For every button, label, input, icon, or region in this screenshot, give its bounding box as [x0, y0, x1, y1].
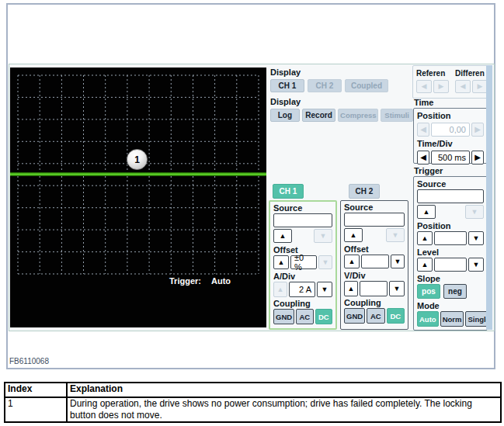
table-header-row: Index Explanation [5, 383, 501, 397]
ch2-panel: Source ▲ ▼ Offset ▲ ▼ V/Div ▲ ▼ Coupling… [340, 200, 408, 330]
ch1-coupling-dc-button[interactable]: DC [315, 309, 332, 324]
ch1-offset-down-button[interactable]: ▼ [318, 255, 332, 269]
time-div-decrease-button[interactable]: ◀ [417, 151, 429, 165]
referen-prev-button[interactable]: ◀ [416, 80, 432, 93]
ch2-offset-down-button[interactable]: ▼ [391, 255, 405, 268]
trigger-position-up-button[interactable]: ▲ [417, 231, 433, 245]
display-ch2-button[interactable]: CH 2 [308, 79, 342, 92]
trigger-slope-pos-button[interactable]: pos [417, 284, 440, 299]
display-compress-button[interactable]: Compress [338, 109, 378, 122]
time-div-increase-button[interactable]: ▶ [471, 151, 484, 165]
trigger-level-field[interactable] [434, 258, 467, 272]
ch1-source-field[interactable] [273, 213, 332, 227]
trigger-level-up-button[interactable]: ▲ [417, 258, 433, 272]
trigger-mode-single-button[interactable]: Single [465, 311, 488, 327]
triangle-right-icon: ▶ [474, 126, 481, 133]
plot-grid [10, 68, 266, 327]
triangle-up-icon: ▲ [350, 232, 357, 239]
ch1-source-up-button[interactable]: ▲ [273, 229, 292, 243]
trigger-source-up-button[interactable]: ▲ [417, 205, 436, 219]
callout-marker: 1 [127, 149, 148, 170]
trigger-level-down-button[interactable]: ▼ [468, 258, 484, 272]
triangle-right-icon: ▶ [478, 83, 483, 90]
trigger-group-label: Trigger [414, 166, 443, 176]
ch1-source-down-button[interactable]: ▼ [314, 229, 332, 243]
display-stimuli-button[interactable]: Stimuli [381, 109, 413, 122]
triangle-up-icon: ▲ [280, 233, 287, 240]
display-log-button[interactable]: Log [270, 109, 300, 122]
triangle-up-icon: ▲ [277, 286, 284, 293]
triangle-down-icon: ▼ [322, 286, 328, 293]
ch2-div-down-button[interactable]: ▼ [389, 281, 405, 296]
trigger-source-label: Source [417, 179, 484, 189]
time-group-label: Time [414, 98, 433, 108]
triangle-down-icon: ▼ [320, 233, 327, 240]
ch2-coupling-dc-button[interactable]: DC [387, 308, 405, 324]
trigger-status-value: Auto [211, 276, 231, 286]
index-cell: 1 [5, 397, 67, 422]
triangle-up-icon: ▲ [422, 235, 429, 242]
triangle-left-icon: ◀ [420, 154, 426, 161]
triangle-down-icon: ▼ [394, 286, 401, 293]
ch1-offset-up-button[interactable]: ▲ [273, 255, 289, 269]
ch1-div-down-button[interactable]: ▼ [317, 282, 332, 297]
differen-group: Differen ◀ ▶ [455, 68, 488, 93]
trigger-position-down-button[interactable]: ▼ [468, 231, 484, 245]
ch1-source-label: Source [273, 203, 332, 213]
ch2-coupling-ac-button[interactable]: AC [367, 308, 384, 324]
time-position-field[interactable]: 0,00 [431, 123, 470, 137]
table-row: 1 During operation, the drive shows no p… [5, 397, 501, 422]
display-record-button[interactable]: Record [302, 109, 336, 122]
trigger-status-label: Trigger: [169, 276, 201, 286]
ch2-offset-label: Offset [344, 244, 405, 255]
triangle-right-icon: ▶ [439, 83, 444, 90]
ch2-offset-field[interactable] [361, 255, 389, 268]
table-header-index: Index [5, 383, 67, 397]
triangle-down-icon: ▼ [473, 261, 480, 268]
time-position-decrease-button[interactable]: ◀ [417, 123, 429, 137]
trigger-mode-auto-button[interactable]: Auto [417, 311, 439, 327]
display-coupled-button[interactable]: Coupled [345, 79, 388, 92]
referen-label: Referen [416, 68, 449, 78]
ch2-offset-up-button[interactable]: ▲ [344, 255, 360, 268]
triangle-up-icon: ▲ [348, 286, 355, 293]
referen-group: Referen ◀ ▶ [416, 68, 449, 93]
table-header-explanation: Explanation [67, 383, 501, 397]
ch2-source-up-button[interactable]: ▲ [344, 228, 363, 242]
referen-next-button[interactable]: ▶ [433, 80, 449, 93]
time-position-increase-button[interactable]: ▶ [471, 123, 484, 137]
triangle-up-icon: ▲ [349, 258, 356, 265]
display-ch1-button[interactable]: CH 1 [270, 79, 304, 92]
explanation-cell: During operation, the drive shows no pow… [67, 397, 501, 422]
trigger-source-down-button[interactable]: ▼ [465, 205, 484, 219]
trigger-mode-norm-button[interactable]: Norm [440, 311, 464, 327]
trigger-position-field[interactable] [434, 231, 467, 245]
differen-next-button[interactable]: ▶ [472, 80, 488, 93]
trigger-position-label: Position [417, 221, 484, 231]
trigger-slope-neg-button[interactable]: neg [443, 284, 467, 299]
ch2-source-field[interactable] [344, 213, 405, 227]
scope-widget: 1 Trigger: Auto Display CH 1 CH 2 Couple… [9, 64, 495, 331]
ch1-div-up-button[interactable]: ▲ [273, 282, 287, 297]
ch2-div-field[interactable] [360, 281, 388, 296]
differen-prev-button[interactable]: ◀ [455, 80, 471, 93]
ch2-coupling-label: Coupling [344, 298, 405, 308]
ch2-tab[interactable]: CH 2 [349, 184, 380, 199]
time-div-field[interactable]: 500 ms [431, 151, 470, 165]
explanation-table: Index Explanation 1 During operation, th… [4, 382, 502, 423]
ch1-offset-field[interactable]: ±0 % [290, 255, 317, 269]
ch2-source-label: Source [344, 203, 405, 213]
ch2-div-up-button[interactable]: ▲ [344, 281, 358, 296]
ch1-coupling-gnd-button[interactable]: GND [273, 309, 294, 324]
scrollbar[interactable] [486, 65, 492, 330]
trigger-mode-label: Mode [417, 301, 484, 311]
triangle-left-icon: ◀ [422, 83, 427, 90]
signal-trace-line [10, 172, 266, 176]
ch1-div-field[interactable]: 2 A [289, 282, 315, 297]
ch1-tab[interactable]: CH 1 [273, 184, 304, 199]
ch2-coupling-gnd-button[interactable]: GND [344, 308, 365, 324]
ch1-coupling-ac-button[interactable]: AC [296, 309, 313, 324]
ch1-panel: Source ▲ ▼ Offset ▲ ±0 % ▼ A/Div ▲ 2 A ▼… [269, 200, 337, 330]
trigger-source-field[interactable] [417, 189, 484, 203]
ch2-source-down-button[interactable]: ▼ [386, 228, 405, 242]
